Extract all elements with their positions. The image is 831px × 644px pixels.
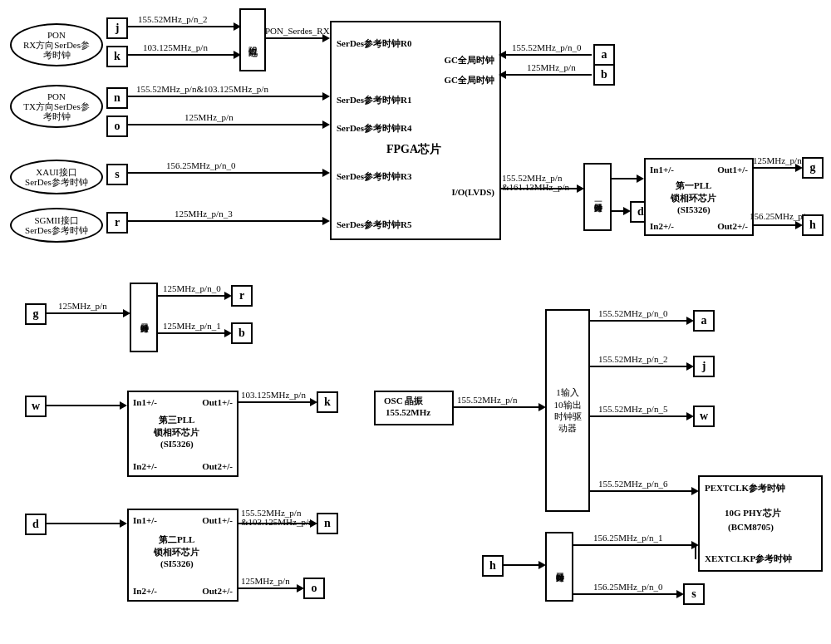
buf3-box: 第三时钟缓冲器 [545,532,573,602]
sig-pon-rx: PON_Serdes_RX [265,26,330,36]
sig-155pn: 155.52MHz_p/n [457,395,517,405]
node-r2: r [231,285,253,307]
sig-155-0b: 155.52MHz_p/n_0 [598,308,667,318]
fpga-gc2: GC全局时钟 [445,74,495,86]
fpga-gc1: GC全局时钟 [445,54,495,66]
phy-p2: 10G PHY芯片 [725,507,781,519]
sig-125g: 125MHz_p/n [753,155,802,165]
phy-p1: PEXTCLK参考时钟 [705,482,785,494]
sig-103k: 103.125MHz_p/n [241,390,306,400]
pll3-in1: In1+/- [133,397,157,407]
node-k: k [106,46,128,67]
sig-15625g: 156.25MHz_p/n [750,211,809,221]
fpga-title: FPGA芯片 [386,142,441,157]
pll2-t2: 锁相环芯片 [154,546,199,558]
node-n: n [106,87,128,109]
sig-155-6: 155.52MHz_p/n_6 [598,479,667,489]
node-j2: j [693,356,715,377]
pll1-in1: In1+/- [650,165,674,175]
sig-15625-1: 156.25MHz_p/n_1 [593,533,662,543]
sig-15625-0b: 156.25MHz_p/n_0 [593,582,662,592]
pll3-out1: Out1+/- [202,397,233,407]
pll2-in1: In1+/- [133,515,157,525]
fpga-r1: SerDes参考时钟R1 [337,94,411,106]
node-h: h [802,214,824,236]
pll3-in2: In2+/- [133,461,157,471]
src-pon-rx: PON RX方向SerDes参 考时钟 [10,23,103,66]
pll2-box: In1+/- Out1+/- 第二PLL 锁相环芯片 (SI5326) In2+… [127,509,238,602]
pll1-t1: 第一PLL [676,179,711,192]
node-s2: s [683,583,705,605]
buf2-box: 第二时钟缓冲器 [130,283,158,352]
node-b2: b [231,322,253,344]
fpga-r3: SerDes参考时钟R3 [337,170,411,183]
sig-155-2: 155.52MHz_p/n_2 [138,14,207,24]
pll1-box: In1+/- Out1+/- 第一PLL 锁相环芯片 (SI5326) In2+… [644,158,754,236]
pll1-in2: In2+/- [650,221,674,231]
sig-125: 125MHz_p/n [184,112,234,122]
buf1-box: 第一时钟缓冲器 [583,163,612,231]
node-g: g [802,157,824,179]
node-s: s [106,164,128,185]
node-n2: n [317,513,338,534]
pll3-box: In1+/- Out1+/- 第三PLL 锁相环芯片 (SI5326) In2+… [127,391,238,477]
sig-155-0: 155.52MHz_p/n_0 [512,42,581,52]
node-a: a [593,44,615,66]
pll1-t3: (SI5326) [677,204,711,214]
node-g2: g [25,303,47,325]
node-d2: d [25,514,47,535]
node-h2: h [482,555,504,577]
phy-box: PEXTCLK参考时钟 10G PHY芯片 (BCM8705) XEXTCLKP… [698,475,823,572]
pll3-t3: (SI5326) [160,439,194,449]
fpga-chip: SerDes参考时钟R0 GC全局时钟 GC全局时钟 SerDes参考时钟R1 … [330,21,501,240]
fpga-r4: SerDes参考时钟R4 [337,122,411,135]
pll3-t1: 第三PLL [159,414,194,426]
sig-125b: 125MHz_p/n [527,62,576,72]
node-b: b [593,64,615,86]
pll2-t3: (SI5326) [160,558,194,568]
pll2-out2: Out2+/- [202,586,233,596]
src-sgmii: SGMII接口 SerDes参考时钟 [10,208,103,243]
sig-155-161: 155.52MHz_p/n &161.13MHz_p/n [502,174,569,192]
node-o: o [106,116,128,137]
node-w: w [25,396,47,417]
pll1-out1: Out1+/- [717,165,748,175]
osc-box: OSC 晶振 155.52MHz [374,391,454,425]
src-xaui: XAUI接口 SerDes参考时钟 [10,160,103,194]
node-w2: w [693,406,715,427]
node-r: r [106,212,128,234]
node-j: j [106,17,128,39]
pll2-t1: 第二PLL [159,533,194,546]
node-a2: a [693,310,715,332]
sig-125-3: 125MHz_p/n_3 [175,209,233,219]
sig-155-103n: 155.52MHz_p/n &103.125MHz_p/n [241,509,312,527]
sig-155-5: 155.52MHz_p/n_5 [598,404,667,414]
pll2-out1: Out1+/- [202,515,233,525]
pll3-out2: Out2+/- [202,461,233,471]
pll1-t2: 锁相环芯片 [671,192,716,204]
sig-125pn1: 125MHz_p/n_1 [163,321,221,331]
sig-125pn: 125MHz_p/n [58,301,107,311]
fpga-io: I/O(LVDS) [451,187,494,197]
fpga-r5: SerDes参考时钟R5 [337,219,411,231]
sig-15625-0: 156.25MHz_p/n_0 [166,160,235,170]
pll1-out2: Out2+/- [717,221,748,231]
pll2-in2: In2+/- [133,586,157,596]
phy-p3: (BCM8705) [728,522,774,532]
sig-155-103: 155.52MHz_p/n&103.125MHz_p/n [136,84,268,94]
sig-125pn0: 125MHz_p/n_0 [163,283,221,293]
node-k2: k [317,391,338,413]
clock-driver-box: 1输入 10输出 时钟驱 动器 [545,309,590,512]
src-pon-tx: PON TX方向SerDes参 考时钟 [10,85,103,128]
phy-p4: XEXTCLKP参考时钟 [705,553,792,565]
node-o2: o [303,578,325,599]
pll3-t2: 锁相环芯片 [154,426,199,439]
osc-t1: OSC 晶振 [384,395,423,407]
osc-t2: 155.52MHz [386,407,430,417]
sig-125o: 125MHz_p/n [241,576,290,586]
sig-103: 103.125MHz_p/n [143,42,208,52]
resistor-select-box: 电阻选焊 [239,8,266,71]
fpga-r0: SerDes参考时钟R0 [337,37,411,50]
sig-155-2b: 155.52MHz_p/n_2 [598,354,667,364]
